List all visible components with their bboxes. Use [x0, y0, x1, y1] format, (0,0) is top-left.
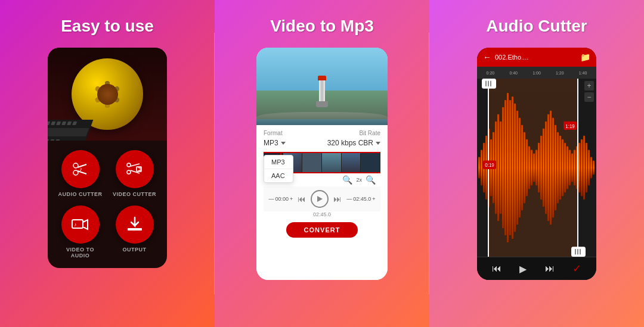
marker-1: 0:40: [503, 71, 525, 75]
output-btn[interactable]: [116, 205, 154, 244]
menu-item-output[interactable]: OUTPUT: [112, 205, 157, 259]
bitrate-label: Bit Rate: [359, 130, 380, 136]
svg-text:♪: ♪: [79, 166, 82, 172]
right-bracket-icon: ⏭: [333, 194, 342, 204]
svg-point-1: [73, 170, 78, 175]
dropdown-aac[interactable]: AAC: [264, 169, 293, 182]
play-button-2[interactable]: [311, 190, 329, 208]
output-label: OUTPUT: [123, 247, 147, 253]
svg-rect-75: [580, 249, 581, 255]
plus-icon: +: [587, 82, 591, 90]
svg-rect-59: [581, 139, 583, 197]
play-icon: [316, 195, 323, 203]
format-dropdown-menu: MP3 AAC: [264, 155, 293, 183]
svg-rect-16: [478, 157, 480, 179]
phone-screen-2: Format Bit Rate MP3 320 kbps CBR MP3: [256, 48, 388, 280]
svg-rect-63: [590, 157, 592, 179]
time-end: 02:45.0: [353, 196, 371, 202]
back-arrow-icon[interactable]: ←: [483, 52, 491, 62]
svg-rect-74: [577, 249, 578, 255]
zoom-out-icon[interactable]: 🔍: [342, 175, 352, 185]
svg-rect-61: [586, 143, 587, 193]
confirm-btn[interactable]: ✓: [572, 262, 581, 275]
phone-screen-1: ♪ AUDIO CUTTER: [48, 48, 167, 268]
thumb-5: [342, 153, 361, 172]
play-btn-3[interactable]: ▶: [519, 263, 527, 275]
panel-3-title: Audio Cutter: [486, 17, 587, 36]
marker-3: 1:20: [549, 71, 571, 75]
svg-line-7: [131, 164, 140, 166]
format-section: Format Bit Rate MP3 320 kbps CBR MP3: [256, 125, 388, 280]
svg-rect-60: [583, 136, 585, 200]
menu-item-video-cutter[interactable]: VIDEO CUTTER: [112, 150, 157, 197]
bitrate-value: 320 kbps CBR: [327, 139, 373, 147]
bitrate-select[interactable]: 320 kbps CBR: [327, 139, 380, 147]
player-controls-3: ⏮ ▶ ⏭ ✓: [477, 257, 596, 280]
svg-rect-58: [578, 143, 580, 193]
menu-grid: ♪ AUDIO CUTTER: [48, 141, 167, 268]
panel-audio-cutter: Audio Cutter ← 002.Etho.... 📁 0:20 0:40 …: [429, 0, 644, 327]
svg-marker-12: [83, 220, 88, 229]
format-select[interactable]: MP3: [264, 139, 286, 147]
svg-rect-64: [593, 161, 595, 175]
time-start: 00:00: [275, 196, 289, 202]
audio-cutter-label: AUDIO CUTTER: [58, 191, 103, 197]
svg-point-5: [127, 163, 131, 167]
dropdown-mp3[interactable]: MP3: [264, 155, 293, 169]
svg-rect-14: [128, 228, 142, 231]
fast-forward-btn[interactable]: ⏭: [545, 263, 555, 274]
svg-rect-69: [485, 81, 487, 87]
video-cutter-btn[interactable]: [116, 150, 154, 188]
marker-2: 1:00: [526, 71, 548, 75]
svg-rect-62: [588, 150, 590, 186]
marker-4: 1:40: [572, 71, 594, 75]
video-to-audio-btn[interactable]: ♪: [61, 205, 100, 244]
film-reel: [72, 58, 143, 130]
zoom-in-icon[interactable]: 🔍: [366, 175, 376, 185]
menu-item-video-to-audio[interactable]: ♪ VIDEO TO AUDIO: [57, 205, 103, 259]
left-bracket-icon: ⏮: [298, 194, 306, 204]
panel-video-to-mp3: Video to Mp3 Format: [215, 0, 429, 327]
plus-btn[interactable]: +: [584, 81, 594, 91]
svg-rect-71: [490, 81, 491, 87]
format-dropdown-arrow: [281, 142, 286, 145]
menu-item-audio-cutter[interactable]: ♪ AUDIO CUTTER: [57, 150, 103, 197]
format-label: Format: [264, 130, 283, 136]
svg-rect-17: [481, 150, 482, 186]
panel-1-title: Easy to use: [61, 17, 154, 36]
folder-icon[interactable]: 📁: [580, 52, 590, 62]
svg-text:0:19: 0:19: [485, 162, 494, 169]
video-to-audio-label: VIDEO TO AUDIO: [57, 247, 103, 259]
minus-icon: −: [587, 93, 591, 101]
svg-rect-67: [577, 79, 578, 257]
thumb-6: [361, 153, 380, 172]
svg-rect-73: [575, 249, 576, 255]
rewind-btn[interactable]: ⏮: [492, 263, 501, 274]
total-time: 02:45.0: [313, 211, 331, 217]
thumb-4: [322, 153, 342, 172]
svg-marker-15: [317, 196, 323, 202]
app-container: Easy to use: [0, 0, 644, 327]
waveform-area: 0:19 1:19 + −: [477, 79, 596, 257]
panel-2-title: Video to Mp3: [270, 17, 374, 36]
minus-btn[interactable]: −: [584, 92, 594, 102]
header-title-3: 002.Etho....: [495, 54, 580, 61]
video-thumbnail: [256, 48, 388, 125]
timeline-bar: 0:20 0:40 1:00 1:20 1:40: [477, 67, 596, 79]
audio-cutter-btn[interactable]: ♪: [61, 150, 100, 188]
phone-screen-3: ← 002.Etho.... 📁 0:20 0:40 1:00 1:20 1:4…: [477, 48, 596, 280]
convert-button[interactable]: CONVERT: [286, 222, 358, 238]
waveform-container: 0:20 0:40 1:00 1:20 1:40: [477, 67, 596, 257]
svg-rect-65: [488, 79, 577, 257]
reel-inner: [97, 84, 118, 105]
time-start-control: — 00:00 +: [268, 196, 293, 202]
time-end-control: — 02:45.0 +: [346, 196, 375, 202]
video-cutter-label: VIDEO CUTTER: [113, 191, 156, 197]
thumb-3: [302, 153, 322, 172]
zoom-controls: 🔍 2x 🔍: [342, 175, 376, 185]
convert-label: CONVERT: [304, 226, 340, 233]
player-controls-2: — 00:00 + ⏮ ⏭ — 02:45.0 +: [264, 186, 380, 211]
marker-0: 0:20: [479, 71, 501, 75]
zoom-btns: + −: [584, 81, 594, 102]
waveform-svg: 0:19 1:19: [477, 79, 596, 257]
